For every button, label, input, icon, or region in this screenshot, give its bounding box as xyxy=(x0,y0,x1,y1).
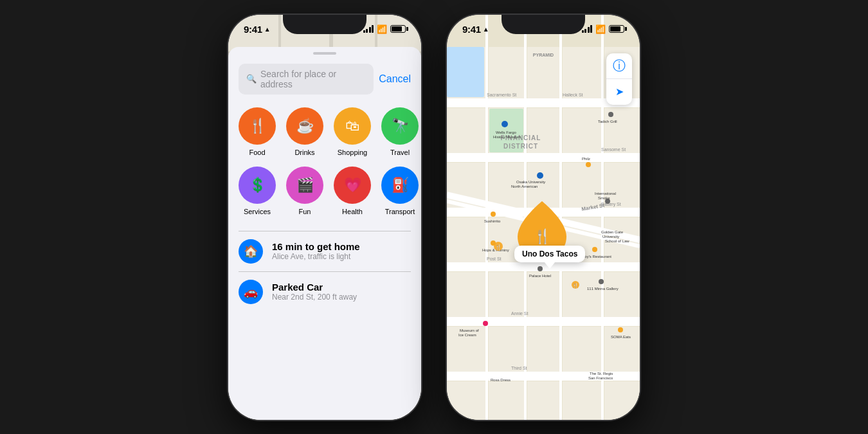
suggestion-home-title: 16 min to get home xyxy=(272,241,360,252)
suggestion-car-title: Parked Car xyxy=(272,282,357,293)
svg-text:Sacramento St: Sacramento St xyxy=(487,93,516,97)
time-display: 9:41 xyxy=(244,24,262,35)
suggestion-car[interactable]: 🚗 Parked Car Near 2nd St, 200 ft away xyxy=(239,271,411,312)
tooltip-label: Uno Dos Tacos xyxy=(522,249,577,258)
svg-text:🍴: 🍴 xyxy=(495,244,502,250)
shopping-icon: 🛍 xyxy=(334,107,371,145)
drinks-icon: ☕ xyxy=(286,107,323,145)
suggestion-home-text: 16 min to get home Alice Ave, traffic is… xyxy=(272,241,360,261)
transport-label: Transport xyxy=(385,208,415,215)
svg-text:SOMA Eats: SOMA Eats xyxy=(611,335,631,339)
svg-text:The St. Regis: The St. Regis xyxy=(590,372,613,375)
category-grid: 🍴 Food ☕ Drinks 🛍 Shopping xyxy=(239,107,411,215)
location-button[interactable]: ➤ xyxy=(606,79,632,105)
svg-text:Annie St: Annie St xyxy=(511,311,529,316)
map-controls: ⓘ ➤ xyxy=(606,53,632,105)
svg-text:International: International xyxy=(595,192,616,195)
services-icon: 💲 xyxy=(239,167,276,204)
svg-rect-44 xyxy=(527,381,559,420)
search-input[interactable]: 🔍 Search for place or address xyxy=(239,64,374,95)
svg-rect-25 xyxy=(563,163,601,208)
suggestion-home[interactable]: 🏠 16 min to get home Alice Ave, traffic … xyxy=(239,231,411,271)
tooltip-arrow xyxy=(545,262,555,269)
svg-rect-41 xyxy=(604,327,640,372)
svg-rect-35 xyxy=(563,272,601,317)
left-screen: YA... 9:41 ▲ 📶 xyxy=(228,15,421,420)
svg-text:Post St: Post St xyxy=(487,257,502,261)
svg-rect-45 xyxy=(563,381,601,420)
food-icon: 🍴 xyxy=(239,107,276,145)
info-icon: ⓘ xyxy=(613,57,626,75)
svg-text:Sansome St: Sansome St xyxy=(601,147,626,152)
svg-text:Roy's Restaurant: Roy's Restaurant xyxy=(582,255,611,258)
battery-icon xyxy=(390,25,406,33)
svg-rect-13 xyxy=(489,47,524,98)
search-bar: 🔍 Search for place or address Cancel xyxy=(239,64,411,95)
svg-rect-56 xyxy=(601,15,604,420)
cancel-button[interactable]: Cancel xyxy=(379,73,411,85)
category-shopping[interactable]: 🛍 Shopping xyxy=(334,107,371,156)
right-phone: Sacramento St Halleck St Sansome St Batt… xyxy=(447,15,640,420)
svg-rect-36 xyxy=(604,272,640,317)
time-display-right: 9:41 xyxy=(462,24,481,35)
car-icon: 🚗 xyxy=(239,280,263,304)
svg-text:Smoke: Smoke xyxy=(598,196,610,200)
wifi-icon-right: 📶 xyxy=(595,24,606,34)
info-button[interactable]: ⓘ xyxy=(606,53,632,79)
status-icons-right: 📶 xyxy=(582,24,625,34)
category-services[interactable]: 💲 Services xyxy=(239,167,276,215)
sheet-handle xyxy=(313,52,336,55)
svg-rect-32 xyxy=(447,272,485,317)
category-food[interactable]: 🍴 Food xyxy=(239,107,276,156)
svg-text:Philz: Philz xyxy=(582,157,590,161)
svg-point-98 xyxy=(586,162,591,167)
food-label: Food xyxy=(249,149,265,156)
svg-text:Halleck St: Halleck St xyxy=(563,93,583,97)
health-label: Health xyxy=(342,208,363,215)
svg-rect-38 xyxy=(489,327,524,372)
svg-text:🍴: 🍴 xyxy=(534,228,552,245)
svg-rect-46 xyxy=(604,381,640,420)
svg-text:Ice Cream: Ice Cream xyxy=(458,333,476,337)
search-sheet: 🔍 Search for place or address Cancel 🍴 F… xyxy=(228,47,421,420)
svg-text:Museum of: Museum of xyxy=(460,329,479,332)
home-icon: 🏠 xyxy=(239,239,263,264)
svg-rect-27 xyxy=(447,217,485,262)
svg-rect-15 xyxy=(563,47,601,98)
svg-text:Wells Fargo: Wells Fargo xyxy=(496,131,517,134)
location-arrow-icon: ➤ xyxy=(615,86,624,98)
svg-text:Osaka University: Osaka University xyxy=(516,180,545,184)
svg-rect-48 xyxy=(447,153,640,162)
svg-text:University: University xyxy=(602,235,619,239)
suggestion-car-subtitle: Near 2nd St, 200 ft away xyxy=(272,293,357,302)
status-icons: 📶 xyxy=(363,24,406,34)
category-health[interactable]: 💗 Health xyxy=(334,167,371,215)
svg-point-90 xyxy=(483,321,488,326)
svg-rect-51 xyxy=(447,317,640,326)
suggestion-home-subtitle: Alice Ave, traffic is light xyxy=(272,252,360,261)
svg-text:North American: North American xyxy=(511,185,538,188)
svg-rect-40 xyxy=(563,327,601,372)
category-travel[interactable]: 🔭 Travel xyxy=(381,107,419,156)
svg-text:Golden Gate: Golden Gate xyxy=(601,230,624,234)
svg-rect-17 xyxy=(447,108,485,153)
search-icon: 🔍 xyxy=(246,74,257,84)
category-drinks[interactable]: ☕ Drinks xyxy=(286,107,323,156)
svg-point-74 xyxy=(608,112,613,117)
category-transport[interactable]: ⛽ Transport xyxy=(381,167,419,215)
svg-text:San Francisco: San Francisco xyxy=(588,376,613,380)
map-tooltip[interactable]: Uno Dos Tacos xyxy=(514,246,585,262)
svg-rect-55 xyxy=(559,15,562,420)
right-screen: Sacramento St Halleck St Sansome St Batt… xyxy=(447,15,640,420)
svg-point-84 xyxy=(538,266,543,271)
svg-text:History Museum: History Museum xyxy=(493,135,521,139)
svg-text:Ross Dress: Ross Dress xyxy=(491,378,511,382)
svg-rect-34 xyxy=(527,272,559,317)
fun-label: Fun xyxy=(299,208,311,215)
category-fun[interactable]: 🎬 Fun xyxy=(286,167,323,215)
svg-point-80 xyxy=(491,212,496,217)
svg-rect-33 xyxy=(489,272,524,317)
services-label: Services xyxy=(244,208,271,215)
left-phone: YA... 9:41 ▲ 📶 xyxy=(228,15,421,420)
svg-text:Palace Hotel: Palace Hotel xyxy=(529,274,551,278)
